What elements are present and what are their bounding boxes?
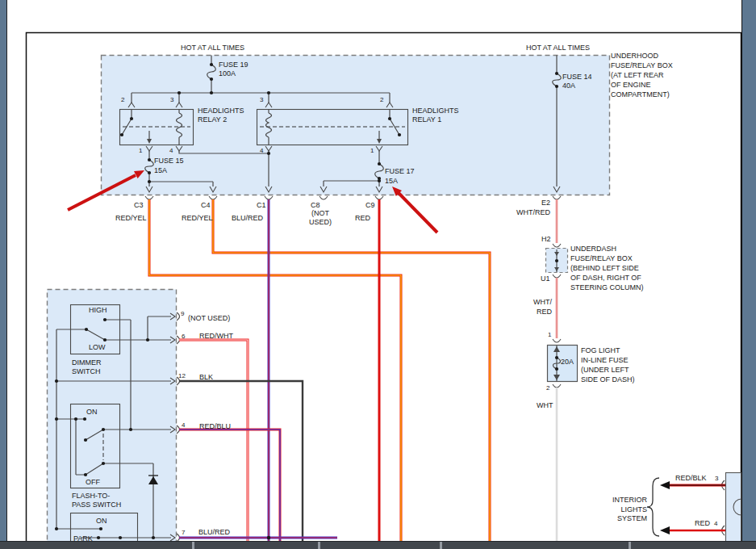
label-pin6: 6	[182, 333, 185, 340]
label-interior-lights-system: INTERIOR LIGHTS SYSTEM	[604, 496, 647, 524]
label-pin7: 7	[182, 529, 185, 536]
label-relay2-pin3: 3	[170, 96, 173, 103]
label-relay1-pin4: 4	[260, 147, 263, 154]
label-flash-to-pass-switch: FLASH-TO- PASS SWITCH	[72, 492, 121, 509]
label-fog-light-fuse: FOG LIGHT IN-LINE FUSE (UNDER LEFT SIDE …	[581, 346, 635, 384]
label-wht: WHT	[537, 401, 553, 410]
label-relay2-pin2: 2	[121, 96, 124, 103]
label-headlights-relay-2: HEADLIGHTS RELAY 2	[198, 107, 244, 124]
label-hot-at-all-times-left: HOT AT ALL TIMES	[181, 44, 244, 52]
label-pin6-wire-color: RED/WHT	[199, 332, 233, 341]
window-edge-right	[741, 0, 756, 549]
status-bar-divider	[318, 542, 320, 549]
label-fog-pin2: 2	[546, 384, 549, 392]
label-headlights-relay-1: HEADLIGHTS RELAY 1	[412, 107, 459, 124]
label-relay1-pin2: 2	[380, 96, 383, 103]
label-pin9-not-used: (NOT USED)	[188, 314, 230, 323]
label-connector-c9: C9	[365, 201, 375, 210]
label-c8-not-used: (NOT USED)	[303, 209, 338, 227]
label-hot-at-all-times-right: HOT AT ALL TIMES	[526, 44, 590, 52]
status-bar-divider	[192, 542, 194, 549]
label-fuse14: FUSE 14 40A	[562, 73, 592, 90]
window-edge-left	[0, 0, 7, 549]
label-pin9: 9	[181, 310, 184, 317]
label-connector-h2: H2	[541, 235, 551, 244]
label-relay1-pin1: 1	[370, 147, 374, 154]
label-pin7-wire-color: BLU/RED	[198, 528, 230, 537]
label-underhood-box: UNDERHOOD FUSE/RELAY BOX (AT LEFT REAR O…	[611, 51, 673, 99]
label-ftp-off: OFF	[86, 478, 100, 487]
label-c4-wire-color: RED/YEL	[182, 214, 213, 223]
label-headlight-switch-on: ON	[96, 517, 107, 526]
label-fog-amps: 20A	[561, 358, 574, 367]
label-e2-wire-color: WHT/RED	[516, 208, 550, 217]
label-connector-e2: E2	[541, 199, 550, 207]
label-pin4: 4	[182, 421, 185, 429]
bottom-status-bar	[0, 541, 756, 549]
label-relay2-pin1: 1	[139, 147, 142, 154]
label-c1-wire-color: BLU/RED	[232, 214, 263, 223]
label-fuse15: FUSE 15 15A	[154, 156, 184, 175]
label-underdash-box: UNDERDASH FUSE/RELAY BOX (BEHIND LEFT SI…	[570, 244, 644, 292]
label-connector-u1: U1	[541, 274, 550, 283]
label-pin12-wire-color: BLK	[199, 373, 213, 382]
label-pin12: 12	[178, 372, 186, 379]
label-il-pin3: 3	[715, 475, 718, 482]
label-ftp-on: ON	[86, 408, 98, 417]
label-c9-wire-color: RED	[355, 214, 370, 223]
wiring-diagram-viewer: HOT AT ALL TIMES HOT AT ALL TIMES FUSE 1…	[0, 0, 756, 549]
label-connector-c3: C3	[134, 201, 144, 210]
label-wht-red-2: WHT/ RED	[520, 297, 552, 316]
label-dimmer-high: HIGH	[89, 306, 107, 315]
label-il-pin4: 4	[714, 520, 717, 527]
label-pin4-wire-color: RED/BLU	[199, 422, 231, 431]
label-relay2-pin4: 4	[169, 147, 173, 154]
status-bar-divider	[440, 542, 442, 549]
label-fuse19: FUSE 19 100A	[219, 61, 249, 78]
label-c3-wire-color: RED/YEL	[115, 214, 147, 223]
label-il-red: RED	[695, 519, 710, 528]
label-fog-pin1: 1	[548, 331, 551, 338]
status-bar-divider	[629, 542, 631, 549]
label-il-red-blk: RED/BLK	[675, 474, 707, 483]
label-connector-c4: C4	[201, 201, 211, 210]
label-connector-c1: C1	[257, 201, 266, 210]
label-relay1-pin3: 3	[260, 96, 263, 103]
label-dimmer-switch: DIMMER SWITCH	[72, 358, 102, 376]
label-fuse17: FUSE 17 15A	[385, 166, 415, 186]
label-dimmer-low: LOW	[89, 343, 106, 352]
